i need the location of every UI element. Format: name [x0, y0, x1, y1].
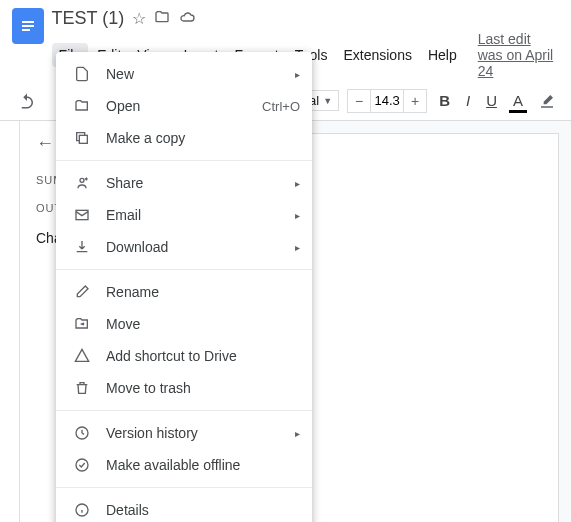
- file-menu: New ▸ Open Ctrl+O Make a copy Share ▸ Em…: [56, 52, 312, 522]
- cloud-icon[interactable]: [178, 9, 196, 28]
- drive-shortcut-icon: [72, 346, 92, 366]
- svg-rect-3: [79, 135, 87, 143]
- menu-item-email[interactable]: Email ▸: [56, 199, 312, 231]
- menu-item-make-copy[interactable]: Make a copy: [56, 122, 312, 154]
- menu-item-rename[interactable]: Rename: [56, 276, 312, 308]
- vertical-ruler: [0, 121, 20, 522]
- menu-item-download[interactable]: Download ▸: [56, 231, 312, 263]
- trash-icon: [72, 378, 92, 398]
- chevron-right-icon: ▸: [295, 69, 300, 80]
- last-edit-link[interactable]: Last edit was on April 24: [478, 31, 559, 79]
- chevron-right-icon: ▸: [295, 242, 300, 253]
- doc-title[interactable]: TEST (1): [52, 8, 125, 29]
- menu-help[interactable]: Help: [421, 43, 464, 67]
- menu-extensions[interactable]: Extensions: [336, 43, 418, 67]
- svg-rect-0: [22, 21, 34, 23]
- svg-point-4: [80, 178, 84, 182]
- undo-button[interactable]: [12, 88, 42, 114]
- share-icon: [72, 173, 92, 193]
- menu-item-trash[interactable]: Move to trash: [56, 372, 312, 404]
- menu-item-share[interactable]: Share ▸: [56, 167, 312, 199]
- menu-item-open[interactable]: Open Ctrl+O: [56, 90, 312, 122]
- font-size-control: − +: [347, 89, 427, 113]
- underline-button[interactable]: U: [482, 90, 501, 111]
- menu-item-add-shortcut[interactable]: Add shortcut to Drive: [56, 340, 312, 372]
- text-color-button[interactable]: A: [509, 90, 527, 111]
- copy-icon: [72, 128, 92, 148]
- star-icon[interactable]: ☆: [132, 9, 146, 28]
- move-icon[interactable]: [154, 9, 170, 28]
- font-size-input[interactable]: [370, 90, 404, 112]
- bold-button[interactable]: B: [435, 90, 454, 111]
- menu-item-offline[interactable]: Make available offline: [56, 449, 312, 481]
- history-icon: [72, 423, 92, 443]
- docs-logo[interactable]: [12, 8, 44, 44]
- menu-item-details[interactable]: Details: [56, 494, 312, 522]
- menu-item-move[interactable]: Move: [56, 308, 312, 340]
- highlight-button[interactable]: [535, 91, 559, 111]
- italic-button[interactable]: I: [462, 90, 474, 111]
- chevron-right-icon: ▸: [295, 428, 300, 439]
- svg-point-7: [76, 459, 88, 471]
- chevron-right-icon: ▸: [295, 178, 300, 189]
- increase-size-button[interactable]: +: [404, 90, 426, 112]
- folder-open-icon: [72, 96, 92, 116]
- move-folder-icon: [72, 314, 92, 334]
- info-icon: [72, 500, 92, 520]
- rename-icon: [72, 282, 92, 302]
- chevron-right-icon: ▸: [295, 210, 300, 221]
- svg-rect-2: [22, 29, 30, 31]
- download-icon: [72, 237, 92, 257]
- menu-item-version-history[interactable]: Version history ▸: [56, 417, 312, 449]
- email-icon: [72, 205, 92, 225]
- menu-item-new[interactable]: New ▸: [56, 58, 312, 90]
- svg-rect-1: [22, 25, 34, 27]
- file-new-icon: [72, 64, 92, 84]
- decrease-size-button[interactable]: −: [348, 90, 370, 112]
- offline-icon: [72, 455, 92, 475]
